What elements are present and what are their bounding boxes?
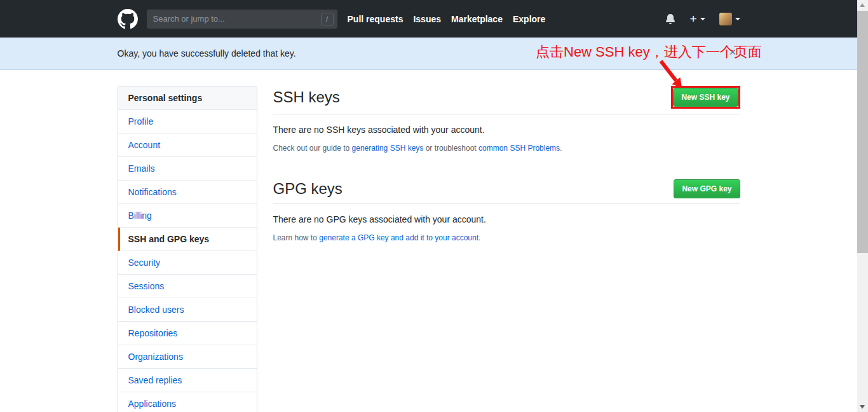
sidebar-item-ssh-gpg-keys[interactable]: SSH and GPG keys [118, 228, 257, 251]
ssh-guide-prefix: Check out our guide to [273, 144, 352, 153]
plus-icon: + [689, 13, 696, 25]
sidebar-title: Personal settings [118, 86, 257, 110]
gpg-keys-section: GPG keys New GPG key There are no GPG ke… [273, 179, 740, 242]
scrollbar-down-arrow[interactable] [860, 405, 865, 409]
ssh-empty-text: There are no SSH keys associated with yo… [273, 125, 740, 135]
gpg-keys-heading: GPG keys [273, 180, 342, 198]
sidebar-item-repositories[interactable]: Repositories [118, 322, 257, 345]
settings-main: SSH keys New SSH key There are no SSH ke… [273, 86, 740, 412]
sidebar-item-security[interactable]: Security [118, 251, 257, 275]
sidebar-item-profile[interactable]: Profile [118, 110, 257, 134]
sidebar-item-sessions[interactable]: Sessions [118, 275, 257, 298]
common-ssh-problems-link[interactable]: common SSH Problems [478, 144, 560, 153]
sidebar-item-account[interactable]: Account [118, 134, 257, 157]
scrollbar-up-arrow[interactable] [860, 3, 865, 7]
nav-pull-requests[interactable]: Pull requests [348, 14, 403, 24]
generating-ssh-keys-link[interactable]: generating SSH keys [352, 144, 424, 153]
ssh-guide-middle: or troubleshoot [423, 144, 478, 153]
gpg-guide-suffix: . [478, 233, 480, 242]
caret-down-icon [735, 18, 740, 20]
new-gpg-key-button[interactable]: New GPG key [674, 179, 740, 198]
ssh-guide-text: Check out our guide to generating SSH ke… [273, 144, 740, 153]
gpg-guide-text: Learn how to generate a GPG key and add … [273, 233, 740, 242]
nav-issues[interactable]: Issues [413, 14, 441, 24]
annotation-arrow-icon [645, 57, 696, 95]
sidebar-item-organizations[interactable]: Organizations [118, 345, 257, 369]
gpg-keys-section-header: GPG keys New GPG key [273, 179, 740, 204]
create-new-button[interactable]: + [689, 13, 705, 25]
ssh-keys-heading: SSH keys [273, 88, 340, 106]
ssh-guide-suffix: . [560, 144, 562, 153]
main-nav: Pull requests Issues Marketplace Explore [348, 14, 556, 24]
slash-shortcut-badge: / [321, 13, 334, 25]
search-box: / [147, 10, 337, 29]
vertical-scrollbar [857, 0, 868, 412]
gpg-guide-prefix: Learn how to [273, 233, 320, 242]
generate-gpg-key-link[interactable]: generate a GPG key and add it to your ac… [319, 233, 478, 242]
notifications-bell-icon[interactable] [665, 14, 675, 24]
search-input[interactable] [147, 10, 337, 29]
sidebar-item-blocked-users[interactable]: Blocked users [118, 298, 257, 322]
sidebar-item-emails[interactable]: Emails [118, 157, 257, 181]
settings-container: Personal settings Profile Account Emails… [118, 70, 740, 412]
settings-sidebar: Personal settings Profile Account Emails… [118, 86, 257, 412]
scrollbar-thumb[interactable] [857, 11, 868, 253]
user-menu-button[interactable] [719, 13, 740, 25]
gpg-empty-text: There are no GPG keys associated with yo… [273, 214, 740, 224]
sidebar-item-billing[interactable]: Billing [118, 204, 257, 228]
sidebar-item-applications[interactable]: Applications [118, 392, 257, 412]
github-settings-page: / Pull requests Issues Marketplace Explo… [0, 0, 857, 412]
nav-explore[interactable]: Explore [513, 14, 545, 24]
header: / Pull requests Issues Marketplace Explo… [0, 0, 857, 38]
github-logo-icon[interactable] [118, 9, 138, 29]
nav-marketplace[interactable]: Marketplace [451, 14, 503, 24]
sidebar-item-notifications[interactable]: Notifications [118, 181, 257, 204]
sidebar-item-saved-replies[interactable]: Saved replies [118, 369, 257, 392]
avatar [719, 13, 732, 25]
caret-down-icon [700, 18, 705, 20]
